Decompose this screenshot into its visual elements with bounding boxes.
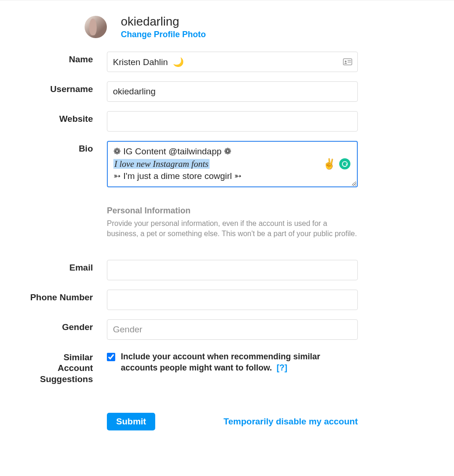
name-input[interactable] [107,52,358,72]
svg-point-1 [345,60,347,62]
email-label: Email [28,260,107,273]
bio-line: ➳ I'm just a dime store cowgirl ➳ [113,170,351,183]
username-label: Username [28,81,107,94]
profile-header: okiedarling Change Profile Photo [28,14,426,40]
gender-input[interactable] [107,319,358,340]
submit-button[interactable]: Submit [107,413,155,430]
website-label: Website [28,111,107,124]
gender-label: Gender [28,319,107,332]
similar-checkbox[interactable] [107,353,115,361]
name-label: Name [28,52,107,65]
help-link[interactable]: [?] [276,363,287,372]
bio-textarea[interactable]: ❁ IG Content @tailwindapp ❁ I love new I… [107,141,358,187]
personal-info-heading: Personal Information [107,206,358,216]
similar-label: Similar Account Suggestions [28,349,107,385]
personal-info-text: Provide your personal information, even … [107,218,358,239]
svg-rect-2 [348,60,351,61]
website-input[interactable] [107,111,358,132]
bio-label: Bio [28,141,107,154]
grammarly-icon[interactable] [339,159,350,170]
similar-checkbox-label: Include your account when recommending s… [121,351,358,374]
username-title: okiedarling [121,14,206,29]
change-photo-link[interactable]: Change Profile Photo [121,30,206,40]
svg-rect-3 [348,62,351,62]
username-input[interactable] [107,81,358,102]
email-input[interactable] [107,260,358,280]
disable-account-link[interactable]: Temporarily disable my account [224,416,358,427]
bio-line: ❁ IG Content @tailwindapp ❁ [113,145,351,158]
phone-input[interactable] [107,290,358,310]
id-card-icon [343,58,352,66]
bio-line-selected: I love new Instagram fonts [113,159,210,169]
peace-emoji-icon: ✌️ [323,157,336,171]
avatar[interactable] [85,16,107,38]
phone-label: Phone Number [28,290,107,303]
resize-handle-icon[interactable] [351,181,356,185]
